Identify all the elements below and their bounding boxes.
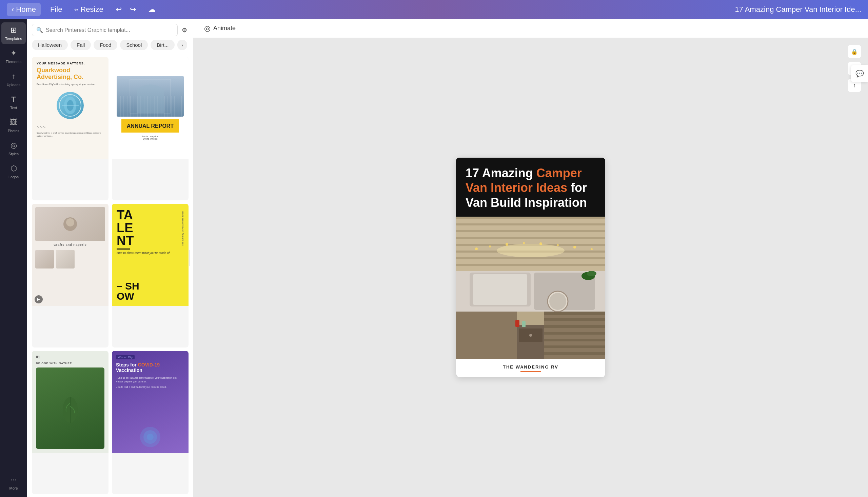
annual-meta: Annie Langston Sylvia Phillips (142, 135, 159, 140)
lock-button[interactable]: 🔒 (848, 45, 861, 58)
search-bar: 🔍 ⚙ (27, 19, 193, 40)
panel-collapse-handle[interactable]: ‹ (189, 250, 193, 266)
home-label: Home (16, 5, 36, 14)
svg-rect-16 (456, 230, 605, 232)
crafts-image (35, 207, 105, 241)
sidebar-item-styles-label: Styles (9, 152, 19, 156)
crafts-label: Crafts and Paperie (35, 243, 105, 246)
quarkwood-circle (57, 92, 84, 119)
resize-button[interactable]: ⇔ Resize (72, 4, 106, 15)
canvas-body: 🔒 ⧉ ↑ 17 Amazing Camper Van Interior Ide… (193, 38, 868, 497)
left-panel: 🔍 ⚙ Halloween Fall Food School Birt... ›… (27, 19, 193, 497)
filter-button[interactable]: ⚙ (180, 25, 188, 35)
svg-rect-42 (544, 345, 605, 348)
canvas-area: ◎ Animate 🔒 ⧉ ↑ (193, 19, 868, 497)
template-card-annual[interactable]: ANNUAL REPORT Annie Langston Sylvia Phil… (112, 57, 188, 200)
svg-rect-14 (456, 217, 605, 219)
sidebar-item-logos[interactable]: ⬡ Logos (1, 161, 26, 182)
svg-point-29 (573, 246, 576, 248)
quarkwood-eyebrow: YOUR MESSAGE MATTERS. (37, 62, 104, 65)
pcard-title-line3: Van Build Inspiration (466, 196, 587, 210)
pcard-title-line2: Van Interior Ideas (466, 181, 567, 195)
svg-rect-21 (456, 264, 605, 266)
tag-halloween[interactable]: Halloween (32, 40, 68, 50)
svg-point-46 (529, 334, 532, 337)
tpl-quarkwood-content: YOUR MESSAGE MATTERS. Quarkwood Advertis… (32, 57, 109, 159)
pcard-title-orange: Camper (536, 166, 582, 180)
talent-show-text: – SHOW (117, 281, 184, 301)
pcard-title: 17 Amazing Camper Van Interior Ideas for… (466, 166, 596, 210)
file-button[interactable]: File (47, 4, 65, 15)
covid-bullets: • Line up at Hall A for confirmation of … (116, 376, 184, 389)
elements-icon: ✦ (11, 49, 17, 58)
document-title: 17 Amazing Camper Van Interior Ide... (735, 5, 861, 14)
chat-icon: 💬 (855, 70, 864, 77)
templates-icon: ⊞ (11, 26, 17, 34)
tag-birthday[interactable]: Birt... (151, 40, 175, 50)
collapse-icon: ‹ (193, 256, 193, 260)
chat-panel-button[interactable]: 💬 (851, 65, 868, 82)
logos-icon: ⬡ (11, 164, 17, 173)
sidebar-item-text[interactable]: T Text (1, 91, 26, 113)
back-icon: ‹ (12, 5, 14, 14)
back-button[interactable]: ‹ Home (7, 3, 41, 16)
save-cloud-button[interactable]: ☁ (145, 4, 158, 15)
sidebar-item-more[interactable]: ··· More (1, 472, 26, 494)
template-card-crafts[interactable]: Crafts and Paperie ▶ (32, 204, 109, 347)
template-card-covid[interactable]: Whelan City Steps for COVID-19 Vaccinati… (112, 351, 188, 494)
pcard-title-suffix: for (567, 181, 587, 195)
main-layout: ⊞ Templates ✦ Elements ↑ Uploads T Text … (0, 19, 868, 497)
svg-point-30 (590, 248, 593, 250)
quarkwood-company: Quarkwood Advertising, Co. (37, 67, 104, 81)
sidebar-item-uploads[interactable]: ↑ Uploads (1, 69, 26, 90)
tpl-covid-content: Whelan City Steps for COVID-19 Vaccinati… (112, 351, 188, 453)
topbar: ‹ Home File ⇔ Resize ↩ ↪ ☁ 17 Amazing Ca… (0, 0, 868, 19)
tpl-talent-content: TALENT time to show them what you're mad… (112, 204, 188, 306)
sidebar-icons: ⊞ Templates ✦ Elements ↑ Uploads T Text … (0, 19, 27, 497)
tag-food[interactable]: Food (94, 40, 117, 50)
svg-point-28 (557, 244, 559, 246)
animate-button[interactable]: ◎ Animate (200, 22, 240, 35)
search-icon: 🔍 (36, 27, 43, 33)
sidebar-item-templates[interactable]: ⊞ Templates (1, 23, 26, 44)
tpl-nature-content: 01 BE ONE WITH NATURE (32, 351, 109, 453)
pcard-footer: THE WANDERING RV (456, 359, 605, 377)
animate-icon: ◎ (204, 24, 211, 33)
svg-rect-37 (544, 312, 605, 315)
play-icon[interactable]: ▶ (34, 295, 43, 303)
annual-report-label: ANNUAL REPORT (122, 119, 179, 132)
search-input-wrap[interactable]: 🔍 (32, 24, 178, 36)
covid-title: Steps for COVID-19 Vaccination (116, 362, 184, 373)
tag-school[interactable]: School (120, 40, 148, 50)
svg-rect-52 (522, 321, 526, 327)
svg-rect-43 (544, 352, 605, 355)
sidebar-item-elements[interactable]: ✦ Elements (1, 45, 26, 67)
more-icon: ··· (11, 475, 17, 484)
template-card-nature[interactable]: 01 BE ONE WITH NATURE (32, 351, 109, 494)
template-card-quarkwood[interactable]: YOUR MESSAGE MATTERS. Quarkwood Advertis… (32, 57, 109, 200)
sidebar-item-photos[interactable]: 🖼 Photos (1, 115, 26, 136)
sidebar-item-templates-label: Templates (5, 37, 22, 41)
svg-point-24 (489, 245, 491, 247)
talent-big-text: TALENT (117, 209, 180, 247)
tag-more-button[interactable]: › (177, 40, 187, 50)
file-label: File (50, 5, 62, 14)
svg-rect-51 (515, 320, 520, 327)
tag-fall[interactable]: Fall (71, 40, 91, 50)
pcard-photo (456, 217, 605, 359)
undo-button[interactable]: ↩ (113, 4, 125, 15)
lock-icon: 🔒 (851, 48, 858, 55)
sidebar-item-styles[interactable]: ◎ Styles (1, 138, 26, 159)
covid-tag: Whelan City (116, 355, 134, 359)
pcard-title-line1: 17 Amazing (466, 166, 536, 180)
tpl-crafts-content: Crafts and Paperie (32, 204, 109, 306)
search-input[interactable] (46, 27, 173, 33)
template-card-talent[interactable]: TALENT time to show them what you're mad… (112, 204, 188, 347)
tpl-annual-content: ANNUAL REPORT Annie Langston Sylvia Phil… (112, 57, 188, 159)
sidebar-item-more-label: More (9, 486, 18, 490)
svg-point-25 (506, 243, 508, 246)
redo-button[interactable]: ↪ (127, 4, 139, 15)
pcard-footer-title: THE WANDERING RV (464, 365, 597, 370)
svg-point-6 (66, 218, 74, 226)
quarkwood-wave: 〜〜〜 (37, 125, 104, 129)
